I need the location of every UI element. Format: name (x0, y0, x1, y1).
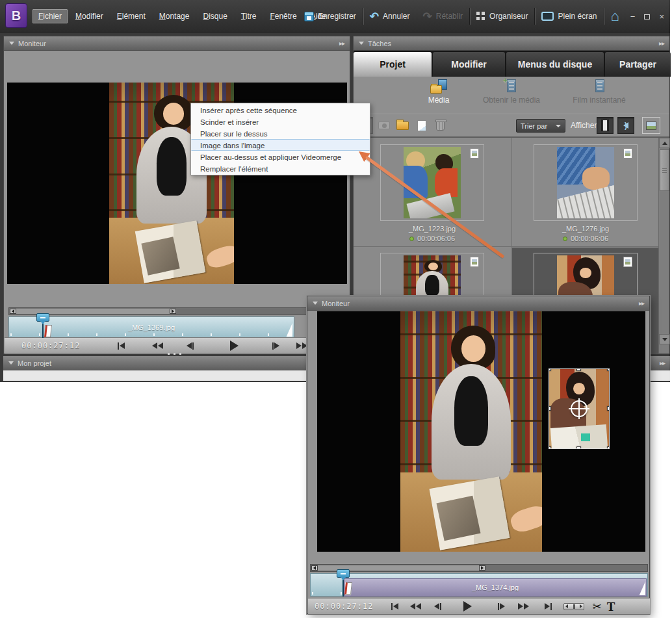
rewind-button[interactable] (410, 603, 421, 610)
show-images-toggle[interactable] (642, 117, 660, 134)
frame-forward-button[interactable] (498, 603, 505, 610)
zoom-handle-right[interactable] (479, 565, 485, 571)
menubar-item-element[interactable]: Elément (111, 9, 151, 23)
redo-icon: ↷ (422, 11, 432, 22)
resize-handle-nw[interactable] (549, 368, 551, 371)
menu-item-scinder-inserer[interactable]: Scinder et insérer (191, 116, 370, 127)
zoom-handle-right[interactable] (170, 309, 176, 314)
scroll-up-button[interactable] (659, 138, 670, 148)
media-cell-1223[interactable]: _MG_1223.jpg 00:00:06:06 (354, 139, 511, 246)
prev-edit-button[interactable] (391, 603, 398, 610)
playhead[interactable] (36, 313, 49, 322)
rewind-button[interactable] (152, 342, 163, 349)
resize-handle-n[interactable] (576, 368, 581, 371)
split-clip-button[interactable]: ✂ (592, 601, 601, 612)
collapse-triangle-icon[interactable] (9, 42, 14, 45)
clip-out-handle[interactable] (285, 323, 292, 337)
restore-button[interactable] (640, 12, 654, 21)
scroll-down-button[interactable] (659, 334, 670, 344)
media-button[interactable]: Média (416, 79, 461, 105)
prev-edit-button[interactable] (118, 342, 125, 350)
capture-button[interactable] (376, 117, 393, 134)
undo-label: Annuler (383, 12, 409, 21)
menu-item-inserer-apres[interactable]: Insérer après cette séquence (191, 104, 370, 116)
get-media-button[interactable]: + Obtenir le média (469, 79, 554, 105)
clip-in-handle[interactable] (344, 582, 352, 595)
thumbnail-frame (534, 144, 638, 221)
new-item-button[interactable] (413, 117, 430, 134)
delete-button[interactable] (432, 117, 448, 134)
resize-handle-e[interactable] (607, 406, 610, 411)
instant-movie-button[interactable]: Film instantané (560, 79, 638, 105)
menu-item-image-dans-image[interactable]: Image dans l'image (191, 139, 370, 151)
menu-item-videomerge[interactable]: Placer au-dessus et appliquer Videomerge (191, 151, 370, 162)
picture-in-picture-overlay[interactable] (549, 368, 610, 449)
fullscreen-button[interactable]: Plein écran (535, 12, 603, 21)
clip-name: _MG_1223.jpg (354, 225, 511, 233)
tab-modifier[interactable]: Modifier (433, 52, 505, 77)
add-text-button[interactable]: T (607, 600, 615, 613)
fast-forward-button[interactable] (518, 603, 529, 610)
transport-bar: 00:00:27:12 ✂ T (308, 598, 650, 615)
panel-menu-icon[interactable]: ▸▸ (639, 300, 644, 307)
fast-forward-button[interactable] (296, 342, 307, 349)
monitor-zoom-scrollbar[interactable] (8, 307, 333, 315)
panel-menu-icon[interactable]: ▸▸ (659, 40, 664, 47)
undo-button[interactable]: ↶ Annuler (363, 11, 417, 22)
sort-by-dropdown[interactable]: Trier par (516, 119, 565, 133)
context-menu: Insérer après cette séquence Scinder et … (190, 103, 370, 175)
timeline-clip[interactable]: _MG_1374.jpg (344, 578, 647, 597)
tab-partager[interactable]: Partager (605, 52, 671, 77)
frame-forward-button[interactable] (272, 342, 279, 350)
play-button[interactable] (230, 341, 239, 351)
collapse-triangle-icon[interactable] (313, 302, 318, 305)
scroll-thumb[interactable] (660, 149, 669, 191)
project-actions: Média + Obtenir le média Film instantané (354, 77, 669, 113)
menubar-item-modifier[interactable]: Modifier (70, 9, 109, 23)
panel-menu-icon[interactable]: ▸▸ (660, 359, 665, 367)
resize-handle-se[interactable] (607, 446, 610, 449)
clip-in-handle[interactable] (44, 325, 52, 337)
media-cell-1276[interactable]: _MG_1276.jpg 00:00:06:06 (512, 139, 659, 246)
next-edit-button[interactable] (545, 603, 552, 610)
tab-projet[interactable]: Projet (354, 52, 432, 77)
frame-back-button[interactable] (434, 603, 441, 610)
redo-button[interactable]: ↷ Rétablir (416, 11, 469, 22)
resize-handle-ne[interactable] (607, 368, 610, 371)
menubar-item-montage[interactable]: Montage (153, 9, 196, 23)
tab-menus-du-disque[interactable]: Menus du disque (506, 52, 604, 77)
shuttle-control[interactable] (563, 603, 584, 610)
clip-out-handle[interactable] (638, 582, 645, 595)
playhead-stem (342, 578, 344, 597)
organizer-button[interactable]: Organiseur (470, 12, 534, 21)
menubar-item-fenetre[interactable]: Fenêtre (264, 9, 302, 23)
minimize-button[interactable]: − (626, 12, 640, 21)
home-button[interactable]: ⌂ (604, 9, 626, 23)
menu-item-remplacer[interactable]: Remplacer l'élément (191, 162, 370, 174)
playhead[interactable] (337, 569, 350, 578)
resize-handle-s[interactable] (576, 446, 581, 449)
save-button[interactable]: Enregistrer (298, 12, 363, 21)
play-button[interactable] (463, 601, 472, 612)
menubar-item-disque[interactable]: Disque (197, 9, 233, 23)
menubar-item-fichier[interactable]: Fichier (32, 9, 68, 23)
open-folder-button[interactable] (394, 117, 411, 134)
show-video-toggle[interactable] (597, 117, 614, 134)
panel-resize-grip[interactable] (168, 353, 182, 355)
show-audio-toggle[interactable] (617, 117, 634, 134)
collapse-triangle-icon[interactable] (359, 42, 364, 45)
zoom-scroll-thumb[interactable] (10, 309, 176, 314)
resize-handle-sw[interactable] (549, 446, 551, 449)
zoom-handle-left[interactable] (311, 565, 318, 571)
zoom-handle-left[interactable] (10, 309, 16, 314)
frame-back-button[interactable] (187, 342, 194, 350)
resize-handle-w[interactable] (549, 406, 551, 411)
collapse-triangle-icon[interactable] (8, 361, 14, 365)
anchor-crosshair-icon[interactable] (571, 400, 588, 417)
panel-menu-icon[interactable]: ▸▸ (339, 40, 344, 47)
menu-item-placer-dessus[interactable]: Placer sur le dessus (191, 127, 370, 139)
grid-scrollbar[interactable] (658, 138, 669, 354)
menubar-item-titre[interactable]: Titre (235, 9, 263, 23)
close-button[interactable]: × (654, 12, 669, 21)
monitor-zoom-scrollbar[interactable] (310, 564, 648, 572)
